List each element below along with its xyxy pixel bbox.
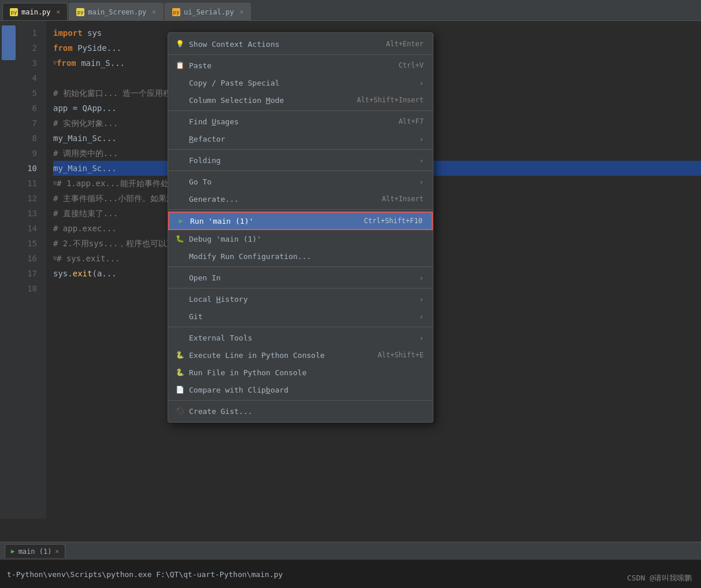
- run-tab-play-icon: ▶: [11, 548, 15, 555]
- tab-close-main-screen-py[interactable]: ✕: [152, 8, 156, 16]
- tab-close-ui-serial-py[interactable]: ✕: [240, 8, 244, 16]
- menu-label-folding: Folding: [189, 156, 221, 165]
- menu-label-git: Git: [189, 312, 202, 321]
- line17-exit: exit: [73, 266, 92, 281]
- module-main-screen: main_S: [81, 56, 110, 71]
- line-num-13: 13: [17, 206, 42, 221]
- menu-shortcut-column-selection: Alt+Shift+Insert: [357, 96, 424, 104]
- bottom-panel: ▶ main (1) ✕ t-Python\venv\Scripts\pytho…: [0, 542, 701, 588]
- menu-shortcut-run-main: Ctrl+Shift+F10: [364, 217, 422, 225]
- tab-icon-main-screen-py: py: [76, 8, 84, 16]
- line-num-18: 18: [17, 281, 42, 296]
- menu-item-column-selection[interactable]: Column Selection Mode Alt+Shift+Insert: [168, 91, 433, 109]
- separator-3: [168, 149, 433, 150]
- line6-app: app = QApp: [53, 101, 102, 116]
- menu-item-open-in-left: Open In: [175, 273, 221, 282]
- menu-item-run-main[interactable]: ▶ Run 'main (1)' Ctrl+Shift+F10: [168, 212, 433, 230]
- arrow-git: ›: [419, 312, 424, 321]
- tab-main-py[interactable]: py main.py ✕: [2, 3, 68, 20]
- menu-item-external-tools[interactable]: External Tools ›: [168, 329, 433, 346]
- line3-rest: ...: [110, 56, 125, 71]
- menu-item-execute-line[interactable]: 🐍 Execute Line in Python Console Alt+Shi…: [168, 346, 433, 364]
- keyword-from-3: from: [57, 56, 76, 71]
- menu-item-run-file-console[interactable]: 🐍 Run File in Python Console: [168, 364, 433, 381]
- tab-main-screen-py[interactable]: py main_Screen.py ✕: [69, 3, 164, 20]
- comment-7-cn: ...: [103, 116, 118, 131]
- menu-item-open-in[interactable]: Open In ›: [168, 269, 433, 286]
- menu-label-refactor: Refactor: [189, 135, 225, 143]
- comment-5: # 初始化窗口...: [53, 86, 118, 101]
- comment-16: # sys.exit: [57, 251, 105, 266]
- git-icon: [175, 312, 184, 321]
- menu-item-create-gist[interactable]: ⚫ Create Gist...: [168, 402, 433, 420]
- menu-label-external-tools: External Tools: [189, 334, 253, 342]
- debug-icon: 🐛: [175, 234, 184, 243]
- line17-rest: ...: [102, 266, 116, 281]
- go-to-icon: [175, 177, 184, 186]
- menu-item-create-gist-left: ⚫ Create Gist...: [175, 406, 253, 416]
- menu-label-show-context-actions: Show Context Actions: [189, 40, 280, 49]
- menu-item-find-usages[interactable]: Find Usages Alt+F7: [168, 113, 433, 130]
- line17-paren: (a: [92, 266, 102, 281]
- line17-sys: sys: [53, 266, 68, 281]
- lightbulb-icon: 💡: [175, 39, 184, 49]
- refactor-icon: [175, 134, 184, 143]
- menu-label-modify-run: Modify Run Configuration...: [189, 252, 311, 261]
- line-num-1: 1: [17, 25, 42, 40]
- menu-label-go-to: Go To: [189, 177, 212, 186]
- menu-item-debug-main[interactable]: 🐛 Debug 'main (1)': [168, 230, 433, 247]
- menu-item-git[interactable]: Git ›: [168, 308, 433, 325]
- line-num-14: 14: [17, 221, 42, 236]
- sidebar-indicator: [2, 25, 16, 60]
- generate-icon: [175, 194, 184, 204]
- tabs-bar: py main.py ✕ py main_Screen.py ✕ py ui_S…: [0, 0, 701, 21]
- arrow-copy-paste-special: ›: [419, 79, 424, 87]
- menu-item-paste[interactable]: 📋 Paste Ctrl+V: [168, 57, 433, 74]
- menu-label-debug-main: Debug 'main (1)': [189, 235, 261, 243]
- menu-item-modify-run[interactable]: Modify Run Configuration...: [168, 247, 433, 265]
- menu-label-compare-clipboard: Compare with Clipboard: [189, 386, 288, 394]
- menu-item-paste-left: 📋 Paste: [175, 61, 212, 70]
- comment-13-cn: ...: [103, 206, 118, 221]
- column-icon: [175, 95, 184, 105]
- menu-item-copy-paste-special[interactable]: Copy / Paste Special ›: [168, 74, 433, 91]
- line-num-6: 6: [17, 101, 42, 116]
- menu-item-refactor[interactable]: Refactor ›: [168, 130, 433, 147]
- keyword-from-2: from: [53, 40, 73, 56]
- menu-item-generate-left: Generate...: [175, 194, 239, 204]
- menu-label-run-main: Run 'main (1)': [190, 217, 254, 225]
- run-tab-bar: ▶ main (1) ✕: [0, 542, 701, 560]
- menu-item-folding[interactable]: Folding ›: [168, 151, 433, 169]
- line-num-15: 15: [17, 236, 42, 251]
- comment-13: # 直接结束了: [53, 206, 103, 221]
- python-icon-2: 🐍: [175, 368, 184, 377]
- run-tab-close[interactable]: ✕: [55, 548, 59, 555]
- line10-var: my_Main_Sc: [53, 161, 102, 176]
- arrow-local-history: ›: [419, 295, 424, 304]
- comment-15: # 2.不用sys: [53, 236, 103, 251]
- run-tab[interactable]: ▶ main (1) ✕: [5, 544, 65, 558]
- left-sidebar: [0, 21, 17, 519]
- menu-item-go-to[interactable]: Go To ›: [168, 173, 433, 190]
- menu-item-local-history[interactable]: Local History ›: [168, 290, 433, 308]
- context-menu: 💡 Show Context Actions Alt+Enter 📋 Paste…: [168, 32, 433, 423]
- line-num-9: 9: [17, 146, 42, 161]
- tab-ui-serial-py[interactable]: py ui_Serial.py ✕: [165, 3, 251, 20]
- menu-item-generate[interactable]: Generate... Alt+Insert: [168, 190, 433, 208]
- menu-item-modify-run-left: Modify Run Configuration...: [175, 252, 311, 261]
- line8-rest: ...: [102, 131, 116, 146]
- tab-close-main-py[interactable]: ✕: [57, 8, 61, 16]
- line-num-2: 2: [17, 40, 42, 56]
- tab-label-ui-serial-py: ui_Serial.py: [184, 8, 234, 16]
- comment-12: # 主事件循环: [53, 191, 103, 206]
- separator-6: [168, 267, 433, 267]
- menu-item-external-tools-left: External Tools: [175, 333, 253, 342]
- modify-run-icon: [175, 252, 184, 261]
- menu-item-git-left: Git: [175, 312, 202, 321]
- menu-item-find-usages-left: Find Usages: [175, 117, 239, 126]
- menu-label-copy-paste-special: Copy / Paste Special: [189, 79, 280, 87]
- menu-item-column-selection-left: Column Selection Mode: [175, 95, 284, 105]
- menu-item-show-context-actions[interactable]: 💡 Show Context Actions Alt+Enter: [168, 35, 433, 53]
- separator-1: [168, 54, 433, 55]
- menu-item-compare-clipboard[interactable]: 📄 Compare with Clipboard: [168, 381, 433, 398]
